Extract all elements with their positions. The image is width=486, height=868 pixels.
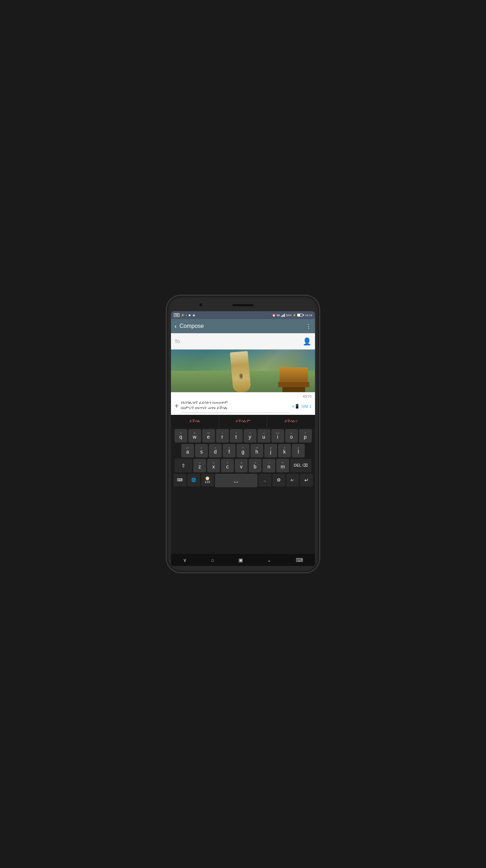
key-l[interactable]: ልl xyxy=(292,444,305,457)
overflow-menu-button[interactable]: ⋮ xyxy=(306,323,311,330)
key-w[interactable]: ውw xyxy=(188,429,201,443)
building-silhouette xyxy=(280,367,308,392)
key-t[interactable]: ትt xyxy=(230,429,243,443)
key-a[interactable]: አዳa xyxy=(181,444,194,457)
key-m[interactable]: ምm xyxy=(276,459,289,472)
to-label: To xyxy=(175,339,182,344)
nav-down-button[interactable]: ⌄ xyxy=(264,556,275,564)
image-area: 書法古意 xyxy=(171,350,315,392)
screen: ⌨ ⚡ ▪ ⏺ ◉ ⏰ 3G 50% ⚡ xyxy=(171,311,315,566)
signal-bars xyxy=(281,313,285,317)
compose-row: + የእንግሊዝኛ ፊደሳትን በመጠቀም በአምርኛ በፍጥነት መፃፍ ይች… xyxy=(175,400,311,413)
key-z[interactable]: ዘz xyxy=(193,459,206,472)
sim-label: SIM 1 xyxy=(301,404,311,408)
key-d[interactable]: ድd xyxy=(209,444,222,457)
autocomplete-item-3[interactable]: ይችሳሉና xyxy=(267,415,315,428)
scroll-parchment: 書法古意 xyxy=(230,351,251,392)
keyboard: ቅq ውw እôe ርr ትt ይy ኡu ኢái ኦo ፕp አዳa ስs ድ… xyxy=(171,428,315,554)
shift-key[interactable]: ⇧ xyxy=(175,459,192,472)
android-icon: ◉ xyxy=(193,314,195,317)
key-u[interactable]: ኡu xyxy=(258,429,270,443)
key-b[interactable]: ብb xyxy=(249,459,261,472)
settings-key[interactable]: ⚙ xyxy=(272,474,285,487)
keyboard-row-3: ⇧ ዘz ሸx ቸc ሽv ብb ንn ምm DEL ⌫ xyxy=(172,459,314,472)
back-button[interactable]: ‹ xyxy=(175,323,177,330)
background-image: 書法古意 xyxy=(171,350,315,392)
sim-selector[interactable]: ≡📱 SIM 1 xyxy=(292,404,311,409)
charging-icon: ⚡ xyxy=(293,314,296,317)
keyboard-row-2: አዳa ስs ድd ፍf ግg ሃ4h ጅj ክk ልl xyxy=(172,444,314,457)
code-icon: ⌨ xyxy=(174,313,180,317)
nav-bar: ∨ ⌂ ▣ ⌄ ⌨ xyxy=(171,554,315,566)
key-h[interactable]: ሃ4h xyxy=(250,444,263,457)
autocomplete-item-1[interactable]: ይችሳሉ xyxy=(171,415,219,428)
key-c[interactable]: ቸc xyxy=(221,459,234,472)
battery-indicator xyxy=(297,314,304,317)
key-e[interactable]: እôe xyxy=(202,429,215,443)
key-p[interactable]: ፕp xyxy=(299,429,312,443)
comma-key[interactable]: ., xyxy=(259,474,271,487)
status-bar: ⌨ ⚡ ▪ ⏺ ◉ ⏰ 3G 50% ⚡ xyxy=(171,311,315,319)
keyboard-toggle-key[interactable]: ⌨ xyxy=(173,474,186,487)
key-y[interactable]: ይy xyxy=(244,429,256,443)
num-key[interactable]: 🌕 123 xyxy=(201,474,214,487)
key-x[interactable]: ሸx xyxy=(207,459,220,472)
key-q[interactable]: ቅq xyxy=(175,429,187,443)
phone-frame: ⌨ ⚡ ▪ ⏺ ◉ ⏰ 3G 50% ⚡ xyxy=(167,296,319,572)
toolbar: ‹ Compose ⋮ xyxy=(171,319,315,333)
alarm-icon: ⏰ xyxy=(272,314,276,317)
network-type: 3G xyxy=(277,314,280,317)
compose-area: 40/70 + የእንግሊዝኛ ፊደሳትን በመጠቀም በአምርኛ በፍጥነት … xyxy=(171,392,315,415)
message-body[interactable]: የእንግሊዝኛ ፊደሳትን በመጠቀም በአምርኛ በፍጥነት መፃፍ ይችሳሉ xyxy=(181,400,290,413)
lang-key[interactable]: A↑ xyxy=(286,474,299,487)
nav-keyboard-button[interactable]: ⌨ xyxy=(292,556,306,564)
globe-key[interactable]: 🌐 xyxy=(187,474,200,487)
status-left: ⌨ ⚡ ▪ ⏺ ◉ xyxy=(174,313,195,317)
char-count: 40/70 xyxy=(175,395,311,399)
space-key[interactable]: ⎵ xyxy=(215,474,258,487)
key-r[interactable]: ርr xyxy=(216,429,229,443)
battery-percent: 50% xyxy=(286,314,292,317)
key-k[interactable]: ክk xyxy=(278,444,291,457)
keyboard-row-1: ቅq ውw እôe ርr ትt ይy ኡu ኢái ኦo ፕp xyxy=(172,429,314,443)
keyboard-bottom-row: ⌨ 🌐 🌕 123 ⎵ ., ⚙ A↑ xyxy=(172,474,314,487)
sim-icon: ≡📱 xyxy=(292,404,300,409)
enter-key[interactable]: ↵ xyxy=(300,474,313,487)
nav-home-button[interactable]: ⌂ xyxy=(208,556,217,564)
record-icon: ⏺ xyxy=(188,314,191,317)
sd-icon: ▪ xyxy=(186,314,187,317)
autocomplete-item-2[interactable]: ይችሳሉም xyxy=(219,415,267,428)
camera xyxy=(199,303,202,306)
status-right: ⏰ 3G 50% ⚡ Compose 16:18 xyxy=(272,313,312,317)
key-i[interactable]: ኢái xyxy=(271,429,284,443)
usb-icon: ⚡ xyxy=(181,314,184,317)
key-o[interactable]: ኦo xyxy=(285,429,298,443)
scroll-calligraphy: 書法古意 xyxy=(238,370,243,373)
to-field: To 👤 xyxy=(171,333,315,350)
toolbar-title: Compose xyxy=(180,323,306,329)
contact-icon[interactable]: 👤 xyxy=(303,337,311,346)
autocomplete-row: ይችሳሉ ይችሳሉም ይችሳሉና xyxy=(171,415,315,428)
phone-top xyxy=(171,302,315,310)
key-j[interactable]: ጅj xyxy=(264,444,277,457)
key-f[interactable]: ፍf xyxy=(223,444,236,457)
key-g[interactable]: ግg xyxy=(237,444,249,457)
key-s[interactable]: ስs xyxy=(195,444,208,457)
speaker xyxy=(232,304,254,306)
to-input[interactable] xyxy=(184,333,303,349)
key-n[interactable]: ንn xyxy=(263,459,275,472)
nav-back-button[interactable]: ∨ xyxy=(180,556,190,564)
delete-key[interactable]: DEL ⌫ xyxy=(290,459,311,472)
key-v[interactable]: ሽv xyxy=(235,459,248,472)
add-attachment-button[interactable]: + xyxy=(175,402,179,410)
clock: 16:18 xyxy=(305,314,312,317)
nav-recents-button[interactable]: ▣ xyxy=(235,556,247,564)
